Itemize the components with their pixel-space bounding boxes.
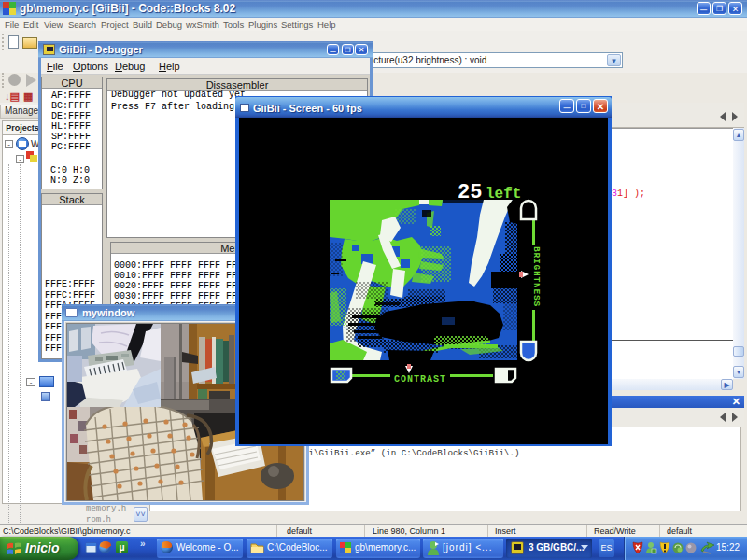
svg-text:BRIGHTNESS: BRIGHTNESS <box>531 246 542 307</box>
svg-text:CONTRAST: CONTRAST <box>394 374 446 385</box>
